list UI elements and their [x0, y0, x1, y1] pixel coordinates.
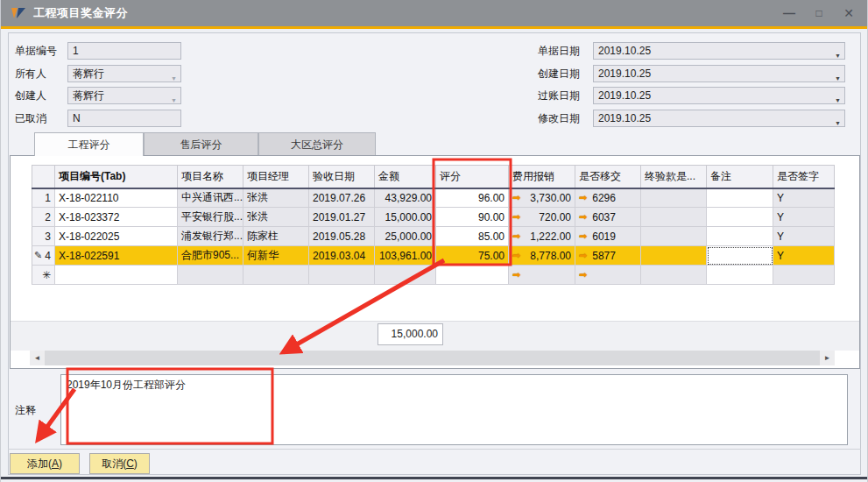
cell-expense[interactable]: ➡ [509, 266, 575, 285]
col-score[interactable]: 评分 [436, 166, 509, 188]
cell-transfer[interactable]: ➡ [575, 266, 641, 285]
cell-transfer[interactable]: ➡ 6037 [575, 208, 641, 227]
tab-engineering-score[interactable]: 工程评分 [34, 132, 144, 156]
scroll-left-icon[interactable]: ◄ [30, 351, 45, 365]
cell-final-payment[interactable] [641, 266, 707, 285]
cell-final-payment[interactable] [641, 246, 707, 266]
cell-expense[interactable]: ➡ 8,778.00 [509, 246, 575, 266]
cell-accept-date[interactable]: 2019.07.26 [309, 188, 375, 208]
creator-dropdown[interactable]: 蒋辉行 ▼ [67, 87, 181, 104]
cell-remark[interactable] [707, 188, 773, 208]
link-arrow-icon[interactable]: ➡ [512, 231, 520, 241]
cell-remark[interactable] [707, 208, 773, 227]
cell-final-payment[interactable] [641, 227, 707, 246]
cell-project-manager[interactable]: 张洪 [243, 188, 309, 208]
col-final-payment[interactable]: 终验款是... [641, 166, 707, 188]
cell-expense[interactable]: ➡ 1,222.00 [509, 227, 575, 246]
cell-expense[interactable]: ➡ 720.00 [509, 208, 575, 227]
cell-signed[interactable]: Y [773, 188, 835, 208]
chevron-down-icon[interactable]: ▼ [835, 71, 841, 82]
col-project-manager[interactable]: 项目经理 [243, 166, 309, 188]
posting-date-dropdown[interactable]: 2019.10.25 ▼ [593, 87, 845, 104]
row-number[interactable]: 2 [32, 208, 55, 227]
link-arrow-icon[interactable]: ➡ [579, 231, 587, 241]
col-accept-date[interactable]: 验收日期 [309, 166, 375, 188]
cell-project-name[interactable]: 中兴通讯西... [178, 188, 243, 208]
col-signed[interactable]: 是否签字 [773, 166, 835, 188]
chevron-down-icon[interactable]: ▼ [835, 116, 841, 127]
cell-project-name[interactable] [178, 266, 243, 285]
cell-final-payment[interactable] [641, 208, 707, 227]
col-project-code[interactable]: 项目编号(Tab) [55, 166, 178, 188]
cell-transfer[interactable]: ➡ 6019 [575, 227, 641, 246]
cell-project-name[interactable]: 平安银行股... [178, 208, 243, 227]
col-project-name[interactable]: 项目名称 [178, 166, 243, 188]
cell-project-manager[interactable]: 陈家柱 [243, 227, 309, 246]
cancel-button[interactable]: 取消(C) [89, 453, 150, 474]
link-arrow-icon[interactable]: ➡ [579, 193, 587, 202]
cell-accept-date[interactable]: 2019.05.28 [309, 227, 375, 246]
cell-transfer[interactable]: ➡ 6296 [575, 188, 641, 208]
cell-transfer[interactable]: ➡ 5877 [575, 246, 641, 266]
col-remark[interactable]: 备注 [707, 166, 773, 188]
link-arrow-icon[interactable]: ➡ [512, 270, 520, 280]
cell-project-name[interactable]: 合肥市905... [178, 246, 243, 266]
chevron-down-icon[interactable]: ▼ [835, 48, 841, 60]
cell-accept-date[interactable]: 2019.03.04 [309, 246, 375, 266]
cell-score[interactable]: 75.00 [436, 246, 509, 266]
cell-project-name[interactable]: 浦发银行郑... [178, 227, 243, 246]
close-icon[interactable]: ✕ [839, 0, 858, 26]
row-number[interactable]: ✳ [32, 266, 55, 285]
cell-project-manager[interactable] [243, 266, 309, 285]
chevron-down-icon[interactable]: ▼ [171, 93, 177, 104]
cell-project-manager[interactable]: 何新华 [243, 246, 309, 266]
link-arrow-icon[interactable]: ➡ [579, 212, 587, 222]
row-number[interactable]: 3 [32, 227, 55, 246]
link-arrow-icon[interactable]: ➡ [579, 270, 587, 280]
doc-number-field[interactable]: 1 [67, 42, 181, 60]
row-number[interactable]: 1 [32, 188, 55, 208]
cell-project-code[interactable] [55, 266, 178, 285]
row-number[interactable]: ✎ 4 [32, 246, 55, 266]
maximize-icon[interactable]: □ [809, 0, 829, 26]
minimize-icon[interactable]: — [780, 0, 799, 26]
comments-textarea[interactable]: 2019年10月份工程部评分 [60, 374, 848, 445]
cell-signed[interactable]: Y [773, 246, 835, 266]
cell-score[interactable]: 96.00 [436, 188, 509, 208]
add-button[interactable]: 添加(A) [10, 453, 80, 474]
create-date-dropdown[interactable]: 2019.10.25 ▼ [593, 65, 845, 82]
col-transfer[interactable]: 是否移交 [575, 166, 641, 188]
cell-signed[interactable]: Y [773, 227, 835, 246]
cell-amount[interactable]: 25,000.00 [375, 227, 436, 246]
cell-amount[interactable]: 15,000.00 [375, 208, 436, 227]
cell-amount[interactable]: 43,929.00 [375, 188, 436, 208]
cell-accept-date[interactable] [309, 266, 375, 285]
cell-project-code[interactable]: X-18-022110 [55, 188, 178, 208]
cell-score[interactable]: 85.00 [436, 227, 509, 246]
cell-signed[interactable] [773, 266, 835, 285]
cancelled-field[interactable]: N [67, 110, 181, 127]
cell-score[interactable]: 90.00 [436, 208, 509, 227]
cell-remark[interactable] [707, 227, 773, 246]
link-arrow-icon[interactable]: ➡ [512, 251, 520, 260]
cell-accept-date[interactable]: 2019.01.27 [309, 208, 375, 227]
chevron-down-icon[interactable]: ▼ [171, 71, 177, 82]
cell-project-code[interactable]: X-18-023372 [55, 208, 178, 227]
cell-project-manager[interactable]: 张洪 [243, 208, 309, 227]
cell-amount[interactable]: 103,961.00 [375, 246, 436, 266]
link-arrow-icon[interactable]: ➡ [512, 212, 520, 222]
cell-final-payment[interactable] [641, 188, 707, 208]
cell-project-code[interactable]: X-18-022591 [55, 246, 178, 266]
cell-expense[interactable]: ➡ 3,730.00 [509, 188, 575, 208]
cell-amount[interactable] [375, 266, 436, 285]
tab-region-total-score[interactable]: 大区总评分 [258, 132, 376, 155]
doc-date-dropdown[interactable]: 2019.10.25 ▼ [593, 42, 845, 60]
col-expense[interactable]: 费用报销 [509, 166, 575, 188]
cell-remark[interactable] [707, 266, 773, 285]
link-arrow-icon[interactable]: ➡ [579, 251, 587, 260]
col-amount[interactable]: 金额 [375, 166, 436, 188]
cell-project-code[interactable]: X-18-022025 [55, 227, 178, 246]
cell-signed[interactable]: Y [773, 208, 835, 227]
modify-date-dropdown[interactable]: 2019.10.25 ▼ [593, 110, 845, 127]
tab-aftersales-score[interactable]: 售后评分 [144, 132, 258, 155]
